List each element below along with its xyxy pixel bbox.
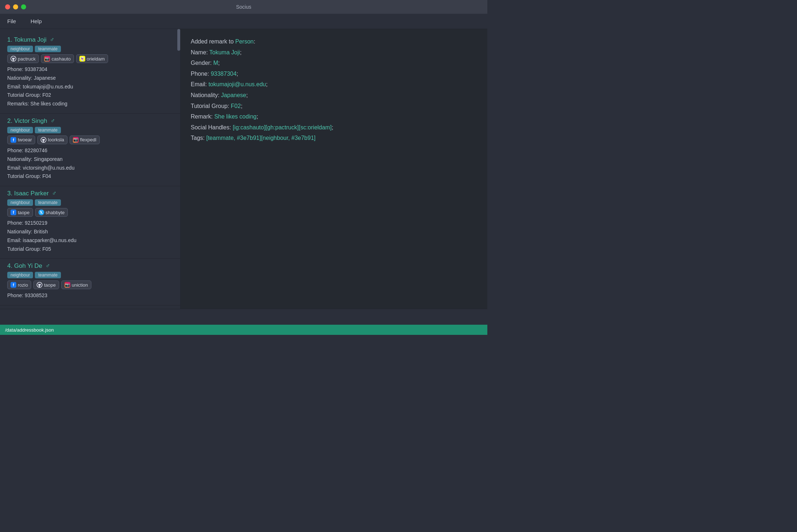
phone-3: Phone: 92150219 bbox=[7, 219, 173, 228]
person-index-4: 4. bbox=[7, 262, 14, 269]
detail-tutorial-line: Tutorial Group: F02; bbox=[191, 101, 477, 112]
person-details-3: Phone: 92150219 Nationality: British Ema… bbox=[7, 219, 173, 253]
social-snapchat-1[interactable]: 👻 orieldam bbox=[76, 54, 108, 63]
facebook-handle-4: rozio bbox=[18, 282, 28, 288]
phone-4: Phone: 93308523 bbox=[7, 291, 173, 300]
social-facebook-3[interactable]: f taope bbox=[7, 208, 33, 217]
social-instagram-4[interactable]: 📷 uniction bbox=[61, 280, 91, 289]
person-name-3: 3. Isaac Parker ♂ bbox=[7, 190, 173, 197]
github-icon-4 bbox=[37, 282, 42, 288]
person-details-2: Phone: 82280746 Nationality: Singaporean… bbox=[7, 146, 173, 181]
detail-gender-line: Gender: M; bbox=[191, 58, 477, 68]
nationality-1: Nationality: Japanese bbox=[7, 74, 173, 83]
detail-tags-line: Tags: [teammate, #3e7b91][neighbour, #3e… bbox=[191, 133, 477, 144]
person-card-1[interactable]: 1. Tokuma Joji ♂ neighbour teammate pact… bbox=[0, 33, 180, 114]
person-details-1: Phone: 93387304 Nationality: Japanese Em… bbox=[7, 65, 173, 108]
gender-icon-4: ♂ bbox=[45, 262, 50, 270]
detail-phone-line: Phone: 93387304; bbox=[191, 68, 477, 79]
social-instagram-2[interactable]: 📷 flexpedl bbox=[70, 136, 100, 144]
command-input[interactable] bbox=[5, 314, 482, 320]
person-card-4[interactable]: 4. Goh Yi De ♂ neighbour teammate f rozi… bbox=[0, 259, 180, 306]
tag-neighbour-2: neighbour bbox=[7, 127, 33, 133]
social-github-2[interactable]: loorksla bbox=[37, 136, 67, 144]
facebook-icon-2: f bbox=[11, 137, 16, 143]
tag-teammate-2: teammate bbox=[35, 127, 61, 133]
tag-teammate-1: teammate bbox=[35, 46, 61, 52]
status-path: /data/addressbook.json bbox=[5, 327, 54, 333]
minimize-button[interactable] bbox=[13, 4, 18, 9]
detail-social-value: [ig:cashauto][gh:pactruck][sc:orieldam] bbox=[233, 124, 332, 130]
twitter-handle-3: shabbyte bbox=[46, 210, 65, 215]
facebook-handle-3: taope bbox=[18, 210, 30, 215]
detail-name-line: Name: Tokuma Joji; bbox=[191, 47, 477, 58]
detail-phone-label: Phone: bbox=[191, 71, 211, 77]
detail-email-line: Email: tokumajoji@u.nus.edu; bbox=[191, 79, 477, 90]
facebook-icon-4: f bbox=[11, 282, 16, 288]
main-layout: 1. Tokuma Joji ♂ neighbour teammate pact… bbox=[0, 29, 487, 309]
github-handle-2: loorksla bbox=[48, 137, 64, 142]
social-facebook-4[interactable]: f rozio bbox=[7, 280, 31, 289]
social-row-1: pactruck 📷 cashauto 👻 orieldam bbox=[7, 54, 173, 63]
menu-help[interactable]: Help bbox=[28, 17, 45, 26]
nationality-2: Nationality: Singaporean bbox=[7, 155, 173, 164]
github-handle-4: taope bbox=[44, 282, 56, 288]
tags-row-1: neighbour teammate bbox=[7, 46, 173, 52]
instagram-icon-2: 📷 bbox=[73, 137, 79, 143]
menu-file[interactable]: File bbox=[4, 17, 19, 26]
snapchat-handle-1: orieldam bbox=[87, 56, 105, 62]
person-list-panel[interactable]: 1. Tokuma Joji ♂ neighbour teammate pact… bbox=[0, 29, 181, 309]
tag-teammate-4: teammate bbox=[35, 272, 61, 278]
tag-neighbour-1: neighbour bbox=[7, 46, 33, 52]
tags-row-4: neighbour teammate bbox=[7, 272, 173, 278]
scrollbar[interactable] bbox=[177, 29, 180, 51]
github-handle-1: pactruck bbox=[18, 56, 36, 62]
social-instagram-1[interactable]: 📷 cashauto bbox=[41, 54, 74, 63]
person-fullname-4: Goh Yi De bbox=[14, 262, 42, 269]
detail-name-label: Name: bbox=[191, 49, 209, 55]
detail-gender-label: Gender: bbox=[191, 60, 213, 66]
nationality-3: Nationality: British bbox=[7, 228, 173, 236]
instagram-icon-1: 📷 bbox=[44, 56, 50, 62]
detail-nationality-value: Japanese bbox=[221, 92, 246, 98]
person-index-2: 2. bbox=[7, 117, 14, 124]
person-details-4: Phone: 93308523 bbox=[7, 291, 173, 300]
person-name-2: 2. Victor Singh ♂ bbox=[7, 117, 173, 125]
social-twitter-3[interactable]: 𝕏 shabbyte bbox=[35, 208, 68, 217]
social-facebook-2[interactable]: f twoear bbox=[7, 136, 35, 144]
person-fullname-3: Isaac Parker bbox=[14, 190, 49, 197]
person-index-1: 1. bbox=[7, 36, 14, 43]
detail-phone-value: 93387304 bbox=[211, 71, 236, 77]
social-row-4: f rozio taope 📷 uniction bbox=[7, 280, 173, 289]
detail-nationality-label: Nationality: bbox=[191, 92, 221, 98]
app-title: Socius bbox=[236, 4, 251, 10]
remarks-1: Remarks: She likes coding bbox=[7, 100, 173, 108]
window-controls[interactable] bbox=[5, 4, 26, 9]
menubar: File Help bbox=[0, 14, 487, 29]
tutorial-2: Tutorial Group: F04 bbox=[7, 172, 173, 181]
gender-icon-1: ♂ bbox=[50, 36, 54, 43]
email-1: Email: tokumajoji@u.nus.edu bbox=[7, 83, 173, 91]
detail-email-value: tokumajoji@u.nus.edu bbox=[208, 81, 266, 87]
instagram-handle-2: flexpedl bbox=[80, 137, 96, 142]
close-button[interactable] bbox=[5, 4, 10, 9]
detail-gender-value: M bbox=[213, 60, 218, 66]
person-card-2[interactable]: 2. Victor Singh ♂ neighbour teammate f t… bbox=[0, 114, 180, 186]
facebook-handle-2: twoear bbox=[18, 137, 32, 142]
twitter-icon-3: 𝕏 bbox=[38, 209, 44, 215]
detail-tutorial-value: F02 bbox=[231, 103, 241, 109]
social-github-1[interactable]: pactruck bbox=[7, 54, 39, 63]
person-index-3: 3. bbox=[7, 190, 14, 197]
tags-row-2: neighbour teammate bbox=[7, 127, 173, 133]
social-github-4[interactable]: taope bbox=[33, 280, 59, 289]
maximize-button[interactable] bbox=[21, 4, 26, 9]
tag-neighbour-4: neighbour bbox=[7, 272, 33, 278]
instagram-handle-4: uniction bbox=[72, 282, 88, 288]
person-card-3[interactable]: 3. Isaac Parker ♂ neighbour teammate f t… bbox=[0, 186, 180, 259]
tutorial-3: Tutorial Group: F05 bbox=[7, 245, 173, 254]
titlebar: Socius bbox=[0, 0, 487, 14]
detail-content: Added remark to Person: Name: Tokuma Joj… bbox=[191, 36, 477, 144]
command-bar[interactable] bbox=[0, 309, 487, 325]
phone-2: Phone: 82280746 bbox=[7, 146, 173, 155]
detail-tutorial-label: Tutorial Group: bbox=[191, 103, 231, 109]
person-fullname-1: Tokuma Joji bbox=[14, 36, 47, 43]
